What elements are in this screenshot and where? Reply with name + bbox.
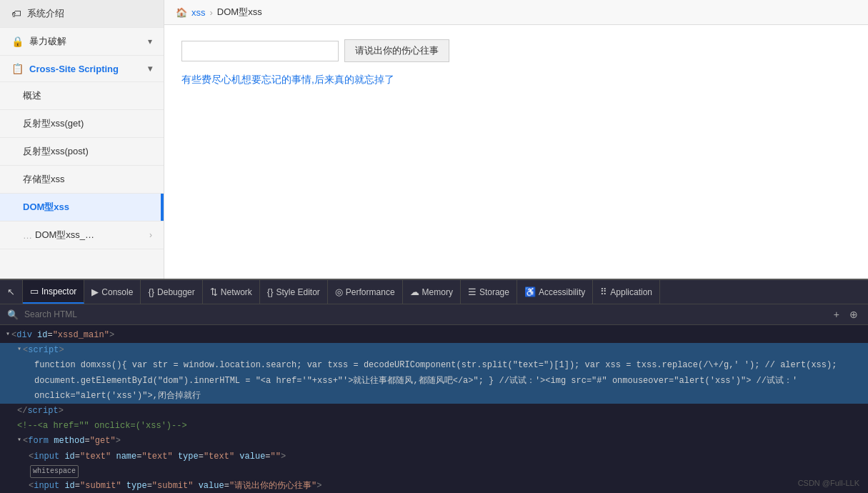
devtools-search-input[interactable]: [24, 309, 825, 319]
code-line-1: ▾ <div id="xssd_main" >: [0, 328, 868, 343]
lock-icon: 🔒: [11, 36, 24, 47]
sidebar-item-label: 存储型xss: [23, 174, 65, 184]
toggle-arrow[interactable]: ▾: [17, 434, 21, 446]
top-area: 🏷 系统介绍 🔒 暴力破解 ▾ 📋 Cross-Site Scripting ▾…: [0, 0, 868, 279]
code-line-11: <input id="submit" type="submit" value="…: [0, 479, 868, 493]
code-line-4: document.getElementById("dom").innerHTML…: [0, 374, 868, 389]
tab-accessibility-label: Accessibility: [539, 287, 585, 297]
sidebar-item-intro[interactable]: 🏷 系统介绍: [0, 0, 164, 28]
search-icon: 🔍: [7, 309, 19, 320]
ellipsis-icon: …: [23, 230, 32, 241]
sidebar-item-label: DOM型xss: [23, 201, 69, 212]
toggle-arrow[interactable]: ▾: [6, 329, 10, 340]
tab-storage-label: Storage: [479, 287, 509, 297]
arrow-right-icon: ›: [149, 230, 152, 240]
main-content: 🏠 xss › DOM型xss 请说出你的伤心往事 有些费尽心机想要忘记的事情,…: [164, 0, 868, 279]
add-node-button[interactable]: +: [831, 307, 842, 322]
search-button[interactable]: 请说出你的伤心往事: [344, 39, 449, 62]
network-icon: ⇅: [210, 287, 218, 297]
sidebar-item-label: 概述: [23, 90, 41, 101]
devtools-code-panel[interactable]: ▾ <div id="xssd_main" > ▾ <script> funct…: [0, 325, 868, 493]
chevron-down-icon: ▾: [148, 36, 152, 46]
sidebar-item-dom2[interactable]: … DOM型xss_… ›: [0, 221, 164, 249]
whitespace-badge: whitespace: [30, 465, 79, 478]
tab-style-editor[interactable]: {} Style Editor: [260, 280, 328, 304]
performance-icon: ◎: [335, 287, 343, 297]
sidebar-item-xss[interactable]: 📋 Cross-Site Scripting ▾: [0, 56, 164, 82]
breadcrumb: 🏠 xss › DOM型xss: [164, 0, 868, 25]
list-icon: 📋: [11, 63, 24, 74]
tab-performance[interactable]: ◎ Performance: [328, 280, 403, 304]
sidebar-item-label: 反射型xss(post): [23, 146, 89, 156]
console-icon: ▶: [91, 287, 99, 297]
tab-debugger-label: Debugger: [157, 287, 195, 297]
code-line-7: <!--<a href="" onclick=('xss')-->: [0, 419, 868, 434]
tab-inspector-label: Inspector: [41, 287, 76, 297]
inspector-icon: ▭: [30, 286, 39, 297]
code-line-5: onclick="alert('xss')">,闭合掉就行: [0, 389, 868, 404]
sidebar: 🏷 系统介绍 🔒 暴力破解 ▾ 📋 Cross-Site Scripting ▾…: [0, 0, 164, 279]
tab-debugger[interactable]: {} Debugger: [141, 280, 202, 304]
application-icon: ⠿: [600, 287, 607, 297]
tab-network[interactable]: ⇅ Network: [203, 280, 260, 304]
breadcrumb-xss-link[interactable]: xss: [191, 7, 206, 18]
sidebar-item-dom[interactable]: DOM型xss: [0, 194, 164, 221]
storage-icon: ☰: [468, 287, 477, 297]
tab-application[interactable]: ⠿ Application: [593, 280, 660, 304]
sidebar-item-reflected-post[interactable]: 反射型xss(post): [0, 138, 164, 166]
page-link[interactable]: 有些费尽心机想要忘记的事情,后来真的就忘掉了: [181, 74, 394, 85]
search-input[interactable]: [181, 41, 339, 61]
tag-icon: 🏷: [11, 8, 21, 19]
devtools-search-bar: 🔍 + ⊕: [0, 304, 868, 325]
pick-element-button[interactable]: ⊕: [847, 307, 861, 322]
sidebar-item-label: DOM型xss_…: [35, 229, 94, 241]
sidebar-item-stored[interactable]: 存储型xss: [0, 166, 164, 194]
sidebar-item-overview[interactable]: 概述: [0, 82, 164, 110]
memory-icon: ☁: [410, 287, 419, 297]
tab-application-label: Application: [610, 287, 652, 297]
chevron-down-icon: ▾: [148, 64, 152, 74]
breadcrumb-separator: ›: [210, 7, 213, 18]
tab-network-label: Network: [221, 287, 252, 297]
sidebar-item-label: 系统介绍: [27, 7, 64, 20]
code-line-2: ▾ <script>: [0, 343, 868, 358]
sidebar-item-label: 暴力破解: [29, 35, 66, 48]
tab-console[interactable]: ▶ Console: [84, 280, 141, 304]
style-editor-icon: {}: [267, 287, 274, 297]
home-icon: 🏠: [176, 7, 187, 18]
watermark: CSDN @Full-LLK: [798, 479, 859, 487]
search-row: 请说出你的伤心往事: [181, 39, 851, 62]
code-line-6: </script>: [0, 404, 868, 419]
pick-icon: ↖: [7, 287, 15, 297]
tab-inspector[interactable]: ▭ Inspector: [23, 280, 84, 304]
sidebar-item-reflected-get[interactable]: 反射型xss(get): [0, 110, 164, 138]
tab-memory[interactable]: ☁ Memory: [403, 280, 461, 304]
code-line-3: function domxss(){ var str = window.loca…: [0, 358, 868, 373]
sidebar-item-label: 反射型xss(get): [23, 118, 84, 129]
sidebar-item-label: Cross-Site Scripting: [29, 64, 119, 74]
page-body: 请说出你的伤心往事 有些费尽心机想要忘记的事情,后来真的就忘掉了: [164, 25, 868, 279]
tab-console-label: Console: [101, 287, 133, 297]
code-line-9: <input id="text" name="text" type="text"…: [0, 449, 868, 464]
tab-memory-label: Memory: [422, 287, 453, 297]
tab-style-editor-label: Style Editor: [276, 287, 320, 297]
devtools-toolbar: ↖ ▭ Inspector ▶ Console {} Debugger ⇅ Ne…: [0, 280, 868, 304]
tab-storage[interactable]: ☰ Storage: [461, 280, 517, 304]
code-line-10: whitespace: [0, 464, 868, 479]
tab-performance-label: Performance: [346, 287, 395, 297]
devtools-panel: ↖ ▭ Inspector ▶ Console {} Debugger ⇅ Ne…: [0, 279, 868, 493]
code-line-8: ▾ <form method="get" >: [0, 434, 868, 449]
devtools-search-actions: + ⊕: [831, 307, 861, 322]
accessibility-icon: ♿: [524, 287, 536, 297]
breadcrumb-current: DOM型xss: [217, 6, 262, 19]
tab-accessibility[interactable]: ♿ Accessibility: [517, 280, 593, 304]
toggle-arrow[interactable]: ▾: [17, 344, 21, 355]
sidebar-item-bruteforce[interactable]: 🔒 暴力破解 ▾: [0, 28, 164, 56]
tab-pick[interactable]: ↖: [0, 280, 23, 304]
debugger-icon: {}: [148, 287, 154, 297]
